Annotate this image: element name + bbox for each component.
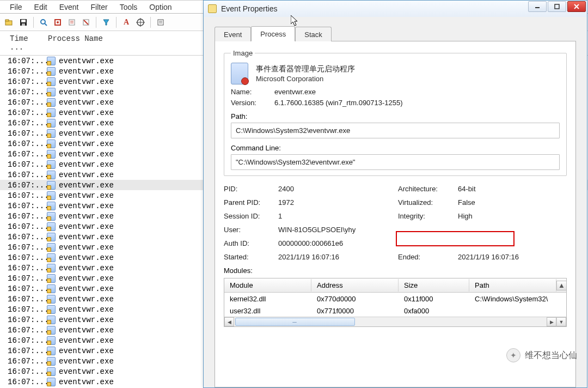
svg-rect-1 bbox=[5, 20, 9, 21]
target-icon[interactable] bbox=[134, 16, 146, 28]
close-button[interactable] bbox=[567, 1, 586, 12]
process-icon bbox=[47, 284, 56, 293]
arch-value: 64-bit bbox=[458, 185, 529, 193]
sid-label: Session ID: bbox=[224, 212, 278, 220]
name-value: eventvwr.exe bbox=[274, 88, 316, 96]
filter-icon[interactable] bbox=[100, 16, 112, 28]
open-icon[interactable] bbox=[3, 16, 15, 28]
tab-process[interactable]: Process bbox=[251, 26, 295, 41]
clear-icon[interactable] bbox=[80, 16, 92, 28]
search-icon[interactable] bbox=[38, 16, 50, 28]
menu-options[interactable]: Option bbox=[144, 2, 177, 12]
process-icon bbox=[47, 253, 56, 262]
col-path[interactable]: Path bbox=[469, 279, 556, 292]
row-time: 16:07:... bbox=[8, 181, 47, 190]
modules-table: Module Address Size Path ▲ kernel32.dll0… bbox=[224, 278, 567, 327]
row-time: 16:07:... bbox=[8, 171, 47, 179]
module-row[interactable]: kernel32.dll0x770d00000x11f000C:\Windows… bbox=[224, 293, 566, 305]
row-process-name: eventvwr.exe bbox=[59, 316, 114, 324]
virt-value: False bbox=[458, 198, 529, 207]
h-scrollbar[interactable]: ◀ ⸺ ▶ ▼ bbox=[224, 317, 566, 326]
row-time: 16:07:... bbox=[8, 233, 47, 241]
version-label: Version: bbox=[231, 99, 274, 107]
row-process-name: eventvwr.exe bbox=[59, 88, 114, 96]
toolbar-separator bbox=[116, 17, 117, 28]
menu-edit[interactable]: Edit bbox=[29, 2, 53, 12]
row-time: 16:07:... bbox=[8, 274, 47, 283]
module-path: C:\Windows\System32\ bbox=[469, 294, 556, 304]
menu-tools[interactable]: Tools bbox=[114, 2, 143, 12]
save-icon[interactable] bbox=[17, 16, 29, 28]
event-properties-dialog: Event Properties Event Process Stack Ima… bbox=[203, 0, 587, 388]
row-time: 16:07:... bbox=[8, 347, 47, 355]
row-time: 16:07:... bbox=[8, 150, 47, 159]
row-time: 16:07:... bbox=[8, 212, 47, 221]
properties-icon[interactable] bbox=[155, 16, 167, 28]
process-icon bbox=[47, 367, 56, 376]
row-time: 16:07:... bbox=[8, 222, 47, 231]
autoscroll-icon[interactable] bbox=[66, 16, 78, 28]
process-icon bbox=[47, 316, 56, 324]
auth-value: 00000000:000661e6 bbox=[278, 239, 529, 247]
titlebar[interactable]: Event Properties bbox=[204, 1, 587, 17]
row-process-name: eventvwr.exe bbox=[59, 140, 114, 148]
process-icon bbox=[47, 305, 56, 314]
row-process-name: eventvwr.exe bbox=[59, 222, 114, 231]
col-size[interactable]: Size bbox=[399, 279, 469, 292]
image-legend: Image bbox=[231, 49, 255, 57]
modules-header: Module Address Size Path ▲ bbox=[224, 278, 566, 293]
column-header-time[interactable]: Time ... bbox=[2, 34, 46, 52]
process-icon bbox=[47, 336, 56, 345]
h-scroll-track[interactable]: ⸺ bbox=[234, 317, 547, 326]
row-time: 16:07:... bbox=[8, 191, 47, 200]
minimize-button[interactable] bbox=[528, 1, 547, 12]
menu-filter[interactable]: Filter bbox=[85, 2, 113, 12]
capture-icon[interactable] bbox=[52, 16, 64, 28]
toolbar-separator bbox=[96, 17, 96, 28]
process-icon bbox=[47, 88, 56, 96]
arch-label: Architecture: bbox=[398, 185, 458, 193]
process-icon bbox=[47, 181, 56, 190]
scroll-up-button[interactable]: ▲ bbox=[556, 281, 566, 290]
row-process-name: eventvwr.exe bbox=[59, 67, 114, 76]
row-time: 16:07:... bbox=[8, 316, 47, 324]
row-process-name: eventvwr.exe bbox=[59, 347, 114, 355]
row-time: 16:07:... bbox=[8, 284, 47, 293]
col-module[interactable]: Module bbox=[224, 279, 311, 292]
svg-line-6 bbox=[45, 23, 47, 26]
col-address[interactable]: Address bbox=[311, 279, 399, 292]
row-process-name: eventvwr.exe bbox=[59, 233, 114, 241]
process-icon bbox=[47, 67, 56, 76]
scroll-left-button[interactable]: ◀ bbox=[224, 317, 234, 326]
process-icon bbox=[47, 108, 56, 117]
ended-label: Ended: bbox=[398, 253, 458, 261]
row-process-name: eventvwr.exe bbox=[59, 336, 114, 345]
tab-stack[interactable]: Stack bbox=[295, 27, 332, 41]
cmdline-value[interactable]: "C:\Windows\System32\eventvwr.exe" bbox=[231, 154, 560, 170]
row-time: 16:07:... bbox=[8, 202, 47, 210]
row-process-name: eventvwr.exe bbox=[59, 57, 114, 65]
menu-event[interactable]: Event bbox=[54, 2, 84, 12]
row-time: 16:07:... bbox=[8, 253, 47, 262]
tab-event[interactable]: Event bbox=[215, 27, 251, 41]
process-icon bbox=[47, 140, 56, 148]
sid-value: 1 bbox=[278, 212, 398, 220]
toolbar-separator bbox=[150, 17, 151, 28]
module-row[interactable]: user32.dll0x771f00000xfa000 bbox=[224, 305, 566, 317]
highlight-icon[interactable]: A bbox=[120, 16, 132, 28]
row-process-name: eventvwr.exe bbox=[59, 191, 114, 200]
path-value[interactable]: C:\Windows\System32\eventvwr.exe bbox=[231, 123, 560, 138]
row-time: 16:07:... bbox=[8, 119, 47, 128]
scroll-down-button[interactable]: ▼ bbox=[556, 317, 566, 326]
window-title: Event Properties bbox=[221, 4, 278, 13]
menu-file[interactable]: File bbox=[4, 2, 28, 12]
version-value: 6.1.7600.16385 (win7_rtm.090713-1255) bbox=[274, 99, 403, 107]
h-scroll-thumb[interactable]: ⸺ bbox=[235, 318, 355, 326]
maximize-button[interactable] bbox=[548, 1, 566, 12]
row-time: 16:07:... bbox=[8, 367, 47, 376]
row-time: 16:07:... bbox=[8, 326, 47, 335]
svg-marker-14 bbox=[103, 20, 109, 25]
row-time: 16:07:... bbox=[8, 67, 47, 76]
module-size: 0x11f000 bbox=[399, 294, 469, 304]
scroll-right-button[interactable]: ▶ bbox=[547, 317, 556, 326]
